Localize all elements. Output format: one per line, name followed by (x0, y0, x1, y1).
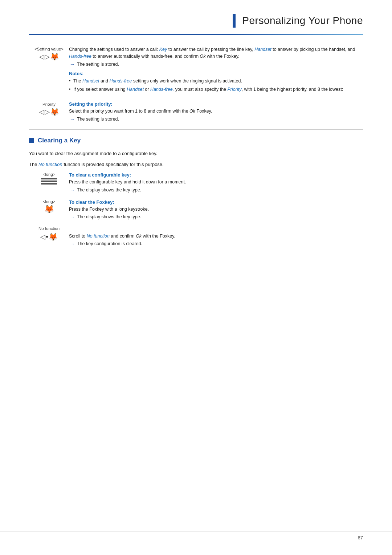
proc3-nav-icon: ◁ ▾ 🦊 (40, 232, 58, 241)
clearing-key-title: Clearing a Key (38, 137, 81, 144)
proc1-sub-heading: To clear a configurable key: (69, 172, 363, 178)
proc1-result-arrow: → (70, 187, 75, 193)
notes-title: Notes: (69, 71, 363, 76)
result-arrow: → (70, 61, 75, 67)
priority-icon-col: Priority ◁ ▷ 🦊 (29, 101, 69, 116)
line-bar-3 (41, 183, 57, 185)
result-text: The setting is stored. (77, 62, 119, 67)
page-header: Personalizing Your Phone (0, 0, 392, 34)
proc2-sub-heading: To clear the Foxkey: (69, 199, 363, 205)
proc3-no-function-label: No function (38, 226, 60, 231)
proc3-left-arrow: ◁ (40, 233, 45, 241)
key-term: Key (159, 47, 167, 52)
main-content: <Setting value> ◁ ▷ 🦊 Changing the setti… (0, 35, 392, 268)
page-number: 67 (358, 535, 363, 540)
setting-stored-result: → The setting is stored. (70, 61, 363, 67)
proc2-result: → The display shows the key type. (70, 214, 363, 220)
foxkey-icon-small: 🦊 (50, 52, 59, 61)
priority-sub-heading: Setting the priority: (69, 101, 363, 107)
no-function-scroll: No function (87, 234, 110, 239)
handset-term: Handset (254, 47, 271, 52)
proc2-result-arrow: → (70, 214, 75, 220)
line-bar-2 (41, 181, 57, 182)
line-bar-1 (41, 178, 57, 179)
priority-right-arrow: ▷ (45, 108, 50, 116)
priority-label: Priority (42, 102, 56, 106)
proc2-long-label: <long> (42, 199, 55, 204)
handsfree-note: Hands-free (109, 78, 132, 84)
proc1-result-text: The display shows the key type. (77, 187, 141, 193)
proc1-description: Press the configurable key and hold it d… (69, 179, 363, 186)
left-arrow-icon: ◁ (39, 53, 44, 61)
priority-section: Priority ◁ ▷ 🦊 Setting the priority: Sel… (29, 101, 363, 122)
priority-result-text: The setting is stored. (77, 117, 119, 122)
ok-term: Ok (200, 54, 206, 59)
clearing-body1: You want to clear the assignment made to… (29, 150, 363, 158)
note-item-2: If you select answer using Handset or Ha… (69, 86, 363, 93)
priority-foxkey-icon: 🦊 (50, 108, 59, 116)
proc3-text: Scroll to No function and confirm Ok wit… (69, 226, 363, 247)
proc3-result-text: The key configuration is cleared. (77, 241, 142, 246)
no-function-term: No function (38, 162, 62, 167)
page-title: Personalizing Your Phone (242, 15, 363, 27)
note-item-1: The Handset and Hands-free settings only… (69, 78, 363, 85)
proc2-description: Press the Foxkey with a long keystroke. (69, 206, 363, 213)
proc1-result: → The display shows the key type. (70, 187, 363, 193)
clearing-body2: The No function function is provided spe… (29, 161, 363, 169)
proc1-icon-col: <long> (29, 172, 69, 185)
priority-description: Select the priority you want from 1 to 8… (69, 108, 363, 115)
header-title-area: Personalizing Your Phone (233, 14, 363, 28)
priority-result-arrow: → (70, 116, 75, 122)
priority-text: Setting the priority: Select the priorit… (69, 101, 363, 122)
proc3-foxkey-icon: 🦊 (49, 232, 58, 241)
proc3-description: Scroll to No function and confirm Ok wit… (69, 233, 363, 240)
handset-note2: Handset (127, 87, 144, 92)
handset-note: Handset (82, 78, 99, 84)
setting-value-description: Changing the settings used to answer a c… (69, 46, 363, 60)
proc-clear-configurable: <long> To clear a configurable key: Pres… (29, 172, 363, 193)
proc3-icon-col: No function ◁ ▾ 🦊 (29, 226, 69, 241)
notes-block: Notes: The Handset and Hands-free settin… (69, 71, 363, 93)
setting-value-label: <Setting value> (34, 47, 64, 51)
section-divider (29, 129, 363, 130)
ok-priority: Ok (189, 109, 195, 114)
proc3-result-arrow: → (70, 241, 75, 247)
nav-icon: ◁ ▷ 🦊 (39, 52, 59, 61)
proc1-long-label: <long> (42, 172, 55, 177)
proc2-icon-col: <long> 🦊 (29, 199, 69, 214)
ok-proc3: Ok (136, 234, 142, 239)
proc3-down-arrow: ▾ (46, 234, 48, 240)
proc-clear-foxkey: <long> 🦊 To clear the Foxkey: Press the … (29, 199, 363, 220)
configurable-key-lines-icon (41, 178, 57, 185)
proc2-text: To clear the Foxkey: Press the Foxkey wi… (69, 199, 363, 220)
section-square-icon (29, 138, 34, 143)
right-arrow-icon: ▷ (45, 53, 50, 61)
setting-value-text: Changing the settings used to answer a c… (69, 46, 363, 94)
priority-note: Priority (228, 87, 242, 92)
foxkey-proc2-icon: 🦊 (44, 204, 54, 214)
proc3-result: → The key configuration is cleared. (70, 241, 363, 247)
clearing-key-heading: Clearing a Key (29, 137, 363, 144)
page-footer: 67 (0, 531, 392, 540)
header-accent-bar (233, 14, 236, 28)
page: Personalizing Your Phone <Setting value>… (0, 0, 392, 555)
priority-left-arrow: ◁ (39, 108, 44, 116)
priority-result: → The setting is stored. (70, 116, 363, 122)
proc2-result-text: The display shows the key type. (77, 214, 141, 219)
proc-no-function: No function ◁ ▾ 🦊 Scroll to No function … (29, 226, 363, 247)
handsfree-term: Hands-free (69, 54, 91, 59)
notes-list: The Handset and Hands-free settings only… (69, 78, 363, 93)
proc1-text: To clear a configurable key: Press the c… (69, 172, 363, 193)
setting-value-section: <Setting value> ◁ ▷ 🦊 Changing the setti… (29, 46, 363, 94)
handsfree-note2: Hands-free, (150, 87, 174, 92)
priority-nav-icon: ◁ ▷ 🦊 (39, 108, 59, 116)
setting-value-icon-col: <Setting value> ◁ ▷ 🦊 (29, 46, 69, 61)
